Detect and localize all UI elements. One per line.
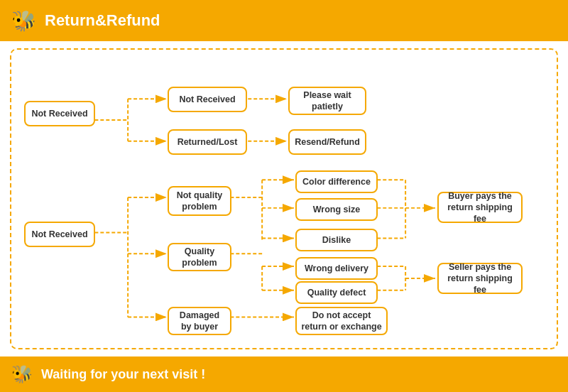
box-wrong-size: Wrong size: [295, 198, 378, 221]
box-please-wait: Please wait patietly: [288, 87, 366, 115]
box-not-received-left-bottom: Not Received: [24, 222, 95, 247]
box-damaged: Damaged by buyer: [168, 307, 231, 335]
box-dislike: Dislike: [295, 229, 378, 251]
page-footer: 🐝 Waiting for your next visit !: [0, 356, 568, 392]
box-buyer-pays: Buyer pays the return shipping fee: [437, 192, 523, 223]
header-bee-icon: 🐝: [11, 9, 36, 33]
box-wrong-delivery: Wrong delivery: [295, 257, 378, 280]
box-not-received-right-top: Not Received: [168, 87, 247, 112]
box-resend-refund: Resend/Refund: [288, 129, 366, 155]
box-seller-pays: Seller pays the return shipping fee: [437, 263, 523, 294]
box-color-diff: Color difference: [295, 170, 378, 193]
diagram-area: Not Received Not Received Returned/Lost …: [10, 48, 558, 349]
box-not-quality: Not quality problem: [168, 186, 231, 216]
header-title: Return&Refund: [45, 11, 160, 30]
page-header: 🐝 Return&Refund: [0, 0, 568, 41]
footer-title: Waiting for your next visit !: [41, 367, 205, 382]
footer-bee-icon: 🐝: [11, 364, 33, 384]
box-not-received-left-top: Not Received: [24, 101, 95, 126]
box-quality-defect: Quality defect: [295, 281, 378, 304]
box-no-return: Do not accept return or exchange: [295, 307, 388, 335]
box-quality: Quality problem: [168, 243, 231, 271]
box-returned-lost: Returned/Lost: [168, 129, 247, 155]
